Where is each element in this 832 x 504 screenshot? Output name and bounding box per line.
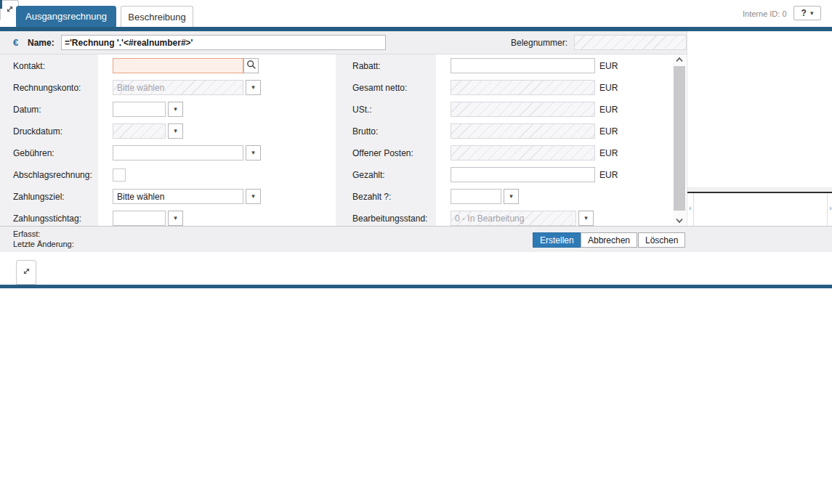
row-bearbeitungsstand: Bearbeitungsstand: 0 - In Bearbeitung ▾	[0, 211, 687, 227]
belegnummer-label: Belegnummer:	[511, 38, 568, 48]
bearbeitungsstand-dropdown-button[interactable]: ▾	[578, 211, 594, 226]
currency-suffix: EUR	[599, 148, 618, 158]
accent-bar-bottom	[0, 285, 832, 288]
field-label: Offener Posten:	[352, 148, 413, 158]
tab-label: Ausgangsrechnung	[25, 11, 107, 22]
erstellen-button[interactable]: Erstellen	[533, 232, 581, 248]
side-panel: ‹ ›	[687, 31, 832, 226]
bezahlt-dropdown-button[interactable]: ▾	[504, 189, 519, 204]
window-edge-accent	[0, 0, 2, 9]
row-gesamt-netto: Gesamt netto: EUR	[0, 80, 687, 96]
expand-diagonal-icon	[5, 4, 15, 16]
name-input[interactable]	[61, 35, 386, 50]
ust-field-disabled	[451, 102, 595, 117]
tab-bar: Ausgangsrechnung Beschreibung Interne ID…	[0, 0, 832, 27]
offener-posten-field-disabled	[451, 145, 595, 160]
bottom-expand-tab[interactable]	[16, 260, 36, 285]
side-panel-scroll-area	[687, 193, 832, 226]
interne-id-label: Interne ID: 0	[743, 9, 787, 18]
field-label: Gesamt netto:	[352, 83, 407, 93]
vertical-scrollbar[interactable]	[673, 54, 686, 226]
currency-suffix: EUR	[599, 61, 618, 71]
erfasst-label: Erfasst:	[13, 229, 40, 238]
abbrechen-button[interactable]: Abbrechen	[581, 232, 637, 248]
tab-label: Beschreibung	[128, 12, 186, 23]
field-label: Bearbeitungsstand:	[352, 214, 427, 224]
bezahlt-select[interactable]	[451, 189, 501, 204]
form-footer: Erfasst: Letzte Änderung: Erstellen Abbr…	[0, 226, 832, 252]
tab-ausgangsrechnung[interactable]: Ausgangsrechnung	[16, 6, 116, 27]
chevron-right-icon[interactable]: ›	[829, 204, 832, 212]
side-panel-border-right	[827, 193, 828, 226]
currency-suffix: EUR	[599, 126, 618, 137]
row-ust: USt.: EUR	[0, 102, 687, 118]
euro-icon: €	[13, 37, 18, 48]
chevron-down-icon: ▾	[584, 215, 588, 221]
row-bezahlt: Bezahlt ?: ▾	[0, 189, 687, 205]
scrollbar-thumb[interactable]	[674, 66, 685, 211]
scroll-up-button[interactable]	[673, 54, 686, 65]
rabatt-input[interactable]	[451, 58, 595, 73]
invoice-edit-window: Ausgangsrechnung Beschreibung Interne ID…	[0, 0, 832, 504]
gezahlt-input[interactable]	[451, 167, 595, 182]
name-label: Name:	[28, 38, 54, 48]
field-label: Brutto:	[352, 126, 378, 137]
chevron-down-icon: ▾	[509, 193, 513, 200]
row-offener-posten: Offener Posten: EUR	[0, 145, 687, 161]
field-label: Gezahlt:	[352, 170, 385, 180]
help-label: ?	[801, 8, 807, 18]
loeschen-button[interactable]: Löschen	[638, 232, 685, 248]
chevron-down-icon	[675, 216, 684, 226]
bearbeitungsstand-select-disabled: 0 - In Bearbeitung	[451, 211, 576, 226]
name-row: € Name: Belegnummer:	[0, 31, 687, 54]
expand-diagonal-icon	[22, 267, 31, 278]
row-brutto: Brutto: EUR	[0, 123, 687, 139]
side-panel-border-left	[693, 193, 694, 226]
gesamt-netto-field-disabled	[451, 80, 595, 95]
tab-beschreibung[interactable]: Beschreibung	[121, 6, 193, 27]
scroll-down-button[interactable]	[673, 216, 686, 226]
brutto-field-disabled	[451, 123, 595, 139]
field-label: Rabatt:	[352, 61, 381, 71]
help-dropdown-button[interactable]: ? ▾	[793, 6, 821, 20]
field-label: USt.:	[352, 105, 372, 115]
currency-suffix: EUR	[599, 105, 618, 115]
chevron-up-icon	[675, 54, 684, 65]
row-gezahlt: Gezahlt: EUR	[0, 167, 687, 183]
letzte-aenderung-label: Letzte Änderung:	[13, 240, 74, 248]
form-body: Kontakt: Rechnungskonto: Bitte wählen ▾ …	[0, 54, 687, 226]
chevron-left-icon[interactable]: ‹	[689, 204, 692, 212]
currency-suffix: EUR	[599, 83, 618, 93]
field-label: Bezahlt ?:	[352, 192, 391, 202]
chevron-down-icon: ▾	[810, 10, 814, 17]
currency-suffix: EUR	[599, 170, 618, 180]
row-rabatt: Rabatt: EUR	[0, 58, 687, 74]
belegnummer-field-disabled	[574, 35, 687, 50]
